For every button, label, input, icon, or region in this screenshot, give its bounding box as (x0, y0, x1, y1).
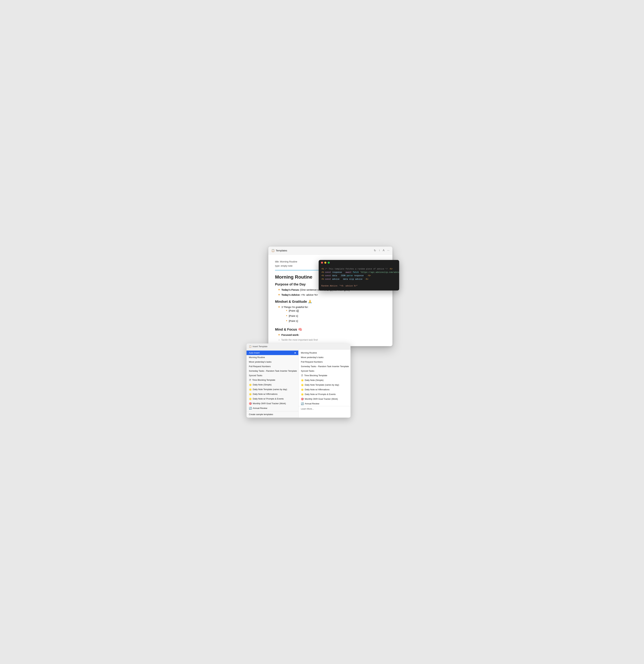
daily-affirmations-icon-left: 🌟 (249, 393, 252, 395)
right-pull-request[interactable]: Pull Request Numbers (298, 359, 351, 364)
bullet-grateful: 3 Things I'm grateful for: [Point 1] [Po… (278, 305, 386, 325)
right-daily-simple-icon: 🌟 (301, 379, 304, 381)
right-okr-icon: 🎯 (301, 398, 304, 400)
nested-dot-2 (286, 315, 287, 316)
mindset-heading: Mindset & Gratitude 🙏 (275, 299, 386, 304)
right-daily-affirmations-icon: 🌟 (301, 388, 304, 391)
right-someday[interactable]: Someday Tasks - Random Task Inserter Tem… (298, 364, 351, 369)
point-1b: [Point 1] (286, 314, 308, 318)
menu-item-annual[interactable]: 🔄 Annual Review (247, 406, 298, 411)
right-daily-prompts-icon: 🌟 (301, 393, 304, 396)
learn-more-link[interactable]: Learn More... (298, 406, 351, 411)
truncated-hint: ○ Tackle the most important task first! (275, 338, 386, 341)
focus-label: Today's Focus: (282, 288, 299, 291)
insert-template-popup: 📋 Insert Template Auto-Insert ▶ Morning … (247, 344, 351, 418)
focus-heading: Mind & Focus 🧠 (275, 327, 386, 331)
more-icon[interactable]: ··· (387, 249, 390, 252)
menu-item-daily-simple[interactable]: 🌟 Daily Note (Simple) (247, 382, 298, 387)
time-blocking-label-left: Time Blocking Template (252, 379, 275, 381)
right-daily-varies-label: Daily Note Template (varies by day) (305, 383, 339, 386)
menu-item-move-tasks[interactable]: Move yesterday's tasks (247, 359, 298, 364)
right-daily-prompts-label: Daily Note w/ Prompts & Events (305, 393, 336, 395)
menu-item-create-samples[interactable]: Create sample templates (247, 412, 298, 417)
traffic-light-red[interactable] (321, 262, 323, 264)
bullet-focused-work: Focused work: (278, 333, 386, 337)
nested-dot-3 (286, 320, 287, 321)
morning-routine-label-left: Morning Routine (249, 356, 265, 358)
bullet-dot-2 (278, 294, 280, 295)
right-someday-label: Someday Tasks - Random Task Inserter Tem… (301, 365, 349, 368)
bullet-advice: Today's Advice: <%- advice %> (278, 293, 386, 297)
right-daily-varies-icon: 🌟 (301, 383, 304, 386)
traffic-light-green[interactable] (328, 262, 330, 264)
right-move-tasks[interactable]: Move yesterday's tasks (298, 355, 351, 359)
menu-item-synced[interactable]: Synced Tasks (247, 373, 298, 378)
menu-item-okr[interactable]: 🎯 Monthly OKR Goal Tracker (Work) (247, 401, 298, 406)
menu-item-daily-prompts[interactable]: 🌟 Daily Note w/ Prompts & Events (247, 396, 298, 401)
right-daily-simple[interactable]: 🌟 Daily Note (Simple) (298, 378, 351, 382)
truncated-text: Tackle the most important task first! (281, 338, 318, 341)
titlebar-actions: ··· (374, 249, 390, 252)
cursor (298, 310, 298, 312)
grateful-nested: [Point 1] [Point 1] [Point 1] (282, 309, 308, 323)
daily-simple-icon-left: 🌟 (249, 383, 252, 386)
right-time-blocking-label: Time Blocking Template (304, 374, 327, 377)
popup-header-label: Insert Template (253, 345, 268, 348)
menu-item-time-blocking[interactable]: ⏱ Time Blocking Template (247, 378, 298, 382)
daily-prompts-label-left: Daily Note w/ Prompts & Events (253, 397, 284, 400)
right-synced[interactable]: Synced Tasks (298, 369, 351, 373)
right-daily-varies[interactable]: 🌟 Daily Note Template (varies by day) (298, 382, 351, 387)
annual-label-left: Annual Review (253, 407, 267, 409)
daily-affirmations-label-left: Daily Note w/ Affirmations (253, 393, 277, 395)
auto-insert-label: Auto-Insert (249, 352, 259, 354)
right-okr[interactable]: 🎯 Monthly OKR Goal Tracker (Work) (298, 397, 351, 401)
pull-request-label-left: Pull Request Numbers (249, 365, 271, 368)
right-time-blocking[interactable]: ⏱ Time Blocking Template (298, 373, 351, 378)
code-line-6: Random Advice: "<%- advice %>" (321, 284, 396, 288)
right-morning-routine[interactable]: Morning Routine (298, 351, 351, 355)
code-line-3: <% const data = JSON.parse(response); -%… (321, 274, 396, 277)
point-1a: [Point 1] (286, 309, 308, 313)
advice-text: <%- advice %> (300, 293, 318, 296)
code-titlebar (319, 260, 399, 265)
bullet-dot-1 (278, 289, 280, 290)
right-time-blocking-icon: ⏱ (301, 374, 303, 377)
grateful-text: 3 Things I'm grateful for: (282, 305, 308, 309)
menu-item-auto-insert[interactable]: Auto-Insert ▶ (247, 351, 298, 355)
auto-insert-arrow: ▶ (295, 352, 296, 354)
right-annual[interactable]: 🔄 Annual Review (298, 401, 351, 406)
right-daily-affirmations[interactable]: 🌟 Daily Note w/ Affirmations (298, 387, 351, 392)
template-icon: 📋 (271, 249, 274, 252)
popup-header: 📋 Insert Template (247, 344, 351, 350)
code-line-4: <% const advice = data.slip.advice; -%> (321, 277, 396, 281)
right-daily-prompts[interactable]: 🌟 Daily Note w/ Prompts & Events (298, 392, 351, 397)
move-tasks-label-left: Move yesterday's tasks (249, 360, 271, 363)
window-title: Templates (276, 249, 374, 252)
someday-label-left: Someday Tasks - Random Task Inserter Tem… (249, 370, 297, 372)
popup-right-menu: Morning Routine Move yesterday's tasks P… (298, 350, 351, 418)
point-text-2: [Point 1] (289, 314, 298, 318)
menu-item-daily-affirmations[interactable]: 🌟 Daily Note w/ Affirmations (247, 392, 298, 396)
bullet-dot-4 (278, 334, 280, 335)
traffic-light-yellow[interactable] (324, 262, 326, 264)
okr-icon-left: 🎯 (249, 402, 252, 405)
right-annual-label: Annual Review (305, 402, 319, 405)
right-annual-icon: 🔄 (301, 402, 304, 405)
popup-body: Auto-Insert ▶ Morning Routine Move yeste… (247, 350, 351, 418)
menu-item-someday[interactable]: Someday Tasks - Random Task Inserter Tem… (247, 369, 298, 373)
titlebar: 📋 Templates ··· (268, 247, 392, 255)
daily-simple-label-left: Daily Note (Simple) (253, 383, 271, 386)
synced-label-left: Synced Tasks (249, 374, 262, 377)
point-text-1: [Point 1] (289, 309, 298, 313)
annual-icon-left: 🔄 (249, 407, 252, 410)
popup-left-menu: Auto-Insert ▶ Morning Routine Move yeste… (247, 350, 298, 418)
font-icon[interactable] (383, 249, 385, 252)
nested-dot-1 (286, 310, 287, 311)
menu-item-morning-routine[interactable]: Morning Routine (247, 355, 298, 359)
time-blocking-icon-left: ⏱ (249, 379, 251, 381)
menu-item-daily-varies[interactable]: 🌟 Daily Note Template (varies by day) (247, 387, 298, 392)
refresh-icon[interactable] (374, 249, 376, 252)
share-icon[interactable] (379, 249, 380, 252)
menu-item-pull-request[interactable]: Pull Request Numbers (247, 364, 298, 369)
right-daily-simple-label: Daily Note (Simple) (305, 379, 324, 381)
